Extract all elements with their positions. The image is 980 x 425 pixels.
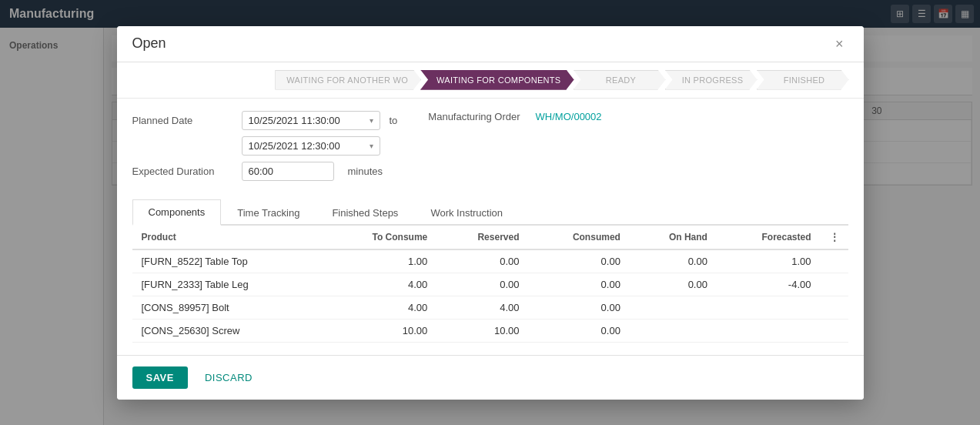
table-header-row: Product To Consume Reserved Consumed On …: [132, 226, 848, 249]
step-label-waiting-for-components: WAITING FOR COMPONENTS: [420, 70, 574, 90]
planned-date-end-row: 10/25/2021 12:30:00 ▾: [242, 136, 398, 156]
col-header-forecasted: Forecasted: [717, 226, 821, 249]
planned-date-start-value: 10/25/2021 11:30:00: [249, 115, 340, 126]
cell-to-consume-2: 4.00: [324, 273, 436, 296]
cell-to-consume-1: 1.00: [324, 249, 436, 273]
modal-title: Open: [132, 35, 166, 52]
save-button[interactable]: SAVE: [132, 366, 188, 389]
cell-consumed-4: 0.00: [528, 319, 629, 342]
cell-on-hand-1: 0.00: [630, 249, 717, 273]
duration-unit: minutes: [348, 166, 383, 177]
col-header-reserved: Reserved: [436, 226, 528, 249]
modal-dialog: Open × WAITING FOR ANOTHER WO WAITING FO…: [117, 26, 864, 400]
cell-actions-1: [821, 249, 848, 273]
cell-forecasted-2: -4.00: [717, 273, 821, 296]
cell-on-hand-4: [630, 319, 717, 342]
step-ready[interactable]: READY: [574, 70, 665, 90]
col-header-consumed: Consumed: [528, 226, 629, 249]
table-row: [CONS_89957] Bolt 4.00 4.00 0.00: [132, 296, 848, 319]
table-row: [CONS_25630] Screw 10.00 10.00 0.00: [132, 319, 848, 342]
expected-duration-label: Expected Duration: [132, 166, 232, 177]
tab-bar: Components Time Tracking Finished Steps …: [132, 199, 848, 226]
cell-actions-4: [821, 319, 848, 342]
planned-date-start-input[interactable]: 10/25/2021 11:30:00 ▾: [242, 111, 380, 130]
status-pipeline: WAITING FOR ANOTHER WO WAITING FOR COMPO…: [117, 62, 864, 99]
date-start-dropdown-icon: ▾: [370, 116, 373, 125]
planned-date-label: Planned Date: [132, 115, 232, 126]
col-header-to-consume: To Consume: [324, 226, 436, 249]
form-left: Planned Date 10/25/2021 11:30:00 ▾ to 10…: [132, 111, 398, 187]
planned-date-row: Planned Date 10/25/2021 11:30:00 ▾ to: [132, 111, 398, 130]
form-right: Manufacturing Order WH/MO/00002: [428, 111, 848, 187]
cell-to-consume-3: 4.00: [324, 296, 436, 319]
cell-reserved-3: 4.00: [436, 296, 528, 319]
cell-actions-2: [821, 273, 848, 296]
col-header-product: Product: [132, 226, 324, 249]
tab-finished-steps[interactable]: Finished Steps: [316, 199, 414, 226]
mfg-order-link[interactable]: WH/MO/00002: [536, 111, 602, 122]
cell-to-consume-4: 10.00: [324, 319, 436, 342]
cell-product-3: [CONS_89957] Bolt: [132, 296, 324, 319]
step-label-ready: READY: [574, 70, 666, 90]
tab-time-tracking[interactable]: Time Tracking: [221, 199, 316, 226]
planned-date-end-value: 10/25/2021 12:30:00: [249, 140, 340, 152]
expected-duration-row: Expected Duration minutes: [132, 162, 398, 181]
tab-components[interactable]: Components: [132, 199, 222, 226]
date-end-dropdown-icon: ▾: [370, 142, 373, 150]
step-finished[interactable]: FINISHED: [757, 70, 848, 90]
planned-date-end-input[interactable]: 10/25/2021 12:30:00 ▾: [242, 136, 380, 156]
cell-forecasted-3: [717, 296, 821, 319]
step-label-waiting-another-wo: WAITING FOR ANOTHER WO: [275, 70, 421, 90]
modal-header: Open ×: [117, 26, 864, 62]
step-waiting-for-components[interactable]: WAITING FOR COMPONENTS: [420, 70, 573, 90]
expected-duration-input[interactable]: [242, 162, 334, 181]
modal-body: Planned Date 10/25/2021 11:30:00 ▾ to 10…: [117, 99, 864, 355]
col-header-actions: ⋮: [821, 226, 848, 249]
step-waiting-another-wo[interactable]: WAITING FOR ANOTHER WO: [275, 70, 420, 90]
cell-forecasted-4: [717, 319, 821, 342]
cell-on-hand-3: [630, 296, 717, 319]
cell-forecasted-1: 1.00: [717, 249, 821, 273]
components-table: Product To Consume Reserved Consumed On …: [132, 226, 848, 343]
cell-product-2: [FURN_2333] Table Leg: [132, 273, 324, 296]
modal-backdrop: Open × WAITING FOR ANOTHER WO WAITING FO…: [0, 0, 980, 425]
cell-reserved-4: 10.00: [436, 319, 528, 342]
tab-content-components: Product To Consume Reserved Consumed On …: [132, 226, 848, 343]
form-section: Planned Date 10/25/2021 11:30:00 ▾ to 10…: [132, 111, 848, 187]
cell-actions-3: [821, 296, 848, 319]
table-row: [FURN_2333] Table Leg 4.00 0.00 0.00 0.0…: [132, 273, 848, 296]
modal-footer: SAVE DISCARD: [117, 355, 864, 400]
cell-consumed-2: 0.00: [528, 273, 629, 296]
cell-product-1: [FURN_8522] Table Top: [132, 249, 324, 273]
date-to-separator: to: [390, 115, 398, 126]
cell-consumed-1: 0.00: [528, 249, 629, 273]
table-row: [FURN_8522] Table Top 1.00 0.00 0.00 0.0…: [132, 249, 848, 273]
mfg-order-label: Manufacturing Order: [428, 111, 520, 122]
discard-button[interactable]: DISCARD: [197, 366, 260, 389]
cell-product-4: [CONS_25630] Screw: [132, 319, 324, 342]
cell-on-hand-2: 0.00: [630, 273, 717, 296]
cell-reserved-1: 0.00: [436, 249, 528, 273]
modal-close-button[interactable]: ×: [831, 35, 848, 52]
step-label-in-progress: IN PROGRESS: [665, 70, 758, 90]
tab-work-instruction[interactable]: Work Instruction: [414, 199, 519, 226]
cell-consumed-3: 0.00: [528, 296, 629, 319]
col-header-on-hand: On Hand: [630, 226, 717, 249]
step-in-progress[interactable]: IN PROGRESS: [665, 70, 757, 90]
step-label-finished: FINISHED: [757, 70, 849, 90]
cell-reserved-2: 0.00: [436, 273, 528, 296]
